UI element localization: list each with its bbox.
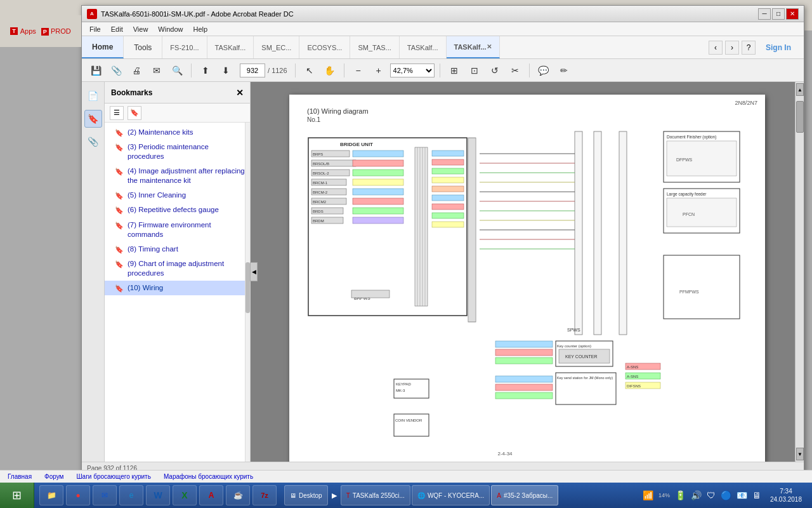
status-link-marathons[interactable]: Марафоны бросающих курить bbox=[164, 473, 253, 480]
taskbar-explorer[interactable]: 📁 bbox=[39, 485, 63, 505]
taskbar-chrome[interactable]: ● bbox=[66, 485, 90, 505]
bookmarks-close-button[interactable]: ✕ bbox=[236, 88, 244, 98]
taskbar-clock[interactable]: 7:34 24.03.2018 bbox=[765, 487, 807, 504]
tab-doc-ecosys[interactable]: ECOSYS... bbox=[299, 36, 350, 58]
bookmarks-scrollbar-thumb[interactable] bbox=[246, 262, 250, 313]
tab-doc-taska2[interactable]: TASKalf... bbox=[400, 36, 447, 58]
status-link-steps[interactable]: Шаги бросающего курить bbox=[76, 473, 150, 480]
menu-help[interactable]: Help bbox=[188, 24, 213, 34]
pdf-vertical-scrollbar[interactable]: ▲ ▼ bbox=[795, 82, 804, 462]
taskbar-7zip[interactable]: 7z bbox=[252, 485, 277, 505]
save-button[interactable]: 💾 bbox=[87, 62, 105, 79]
start-button[interactable]: ⊞ bbox=[0, 483, 34, 508]
page-input[interactable] bbox=[240, 64, 265, 77]
help-button[interactable]: ? bbox=[742, 41, 756, 55]
taskbar-outlook[interactable]: ✉ bbox=[93, 485, 117, 505]
search-button[interactable]: 🔍 bbox=[168, 62, 186, 79]
bookmark-icon-9: 🔖 bbox=[115, 284, 124, 293]
tray-icon-monitor[interactable]: 🖥 bbox=[751, 489, 763, 502]
comment-button[interactable]: 💬 bbox=[535, 62, 553, 79]
tray-icon-signal[interactable]: 📶 bbox=[641, 489, 655, 502]
tray-icon-bluetooth[interactable]: 🔵 bbox=[719, 489, 733, 502]
tab-doc-fs210[interactable]: FS-210... bbox=[162, 36, 207, 58]
attachments-panel-button[interactable]: 📎 bbox=[84, 133, 102, 150]
next-tab-button[interactable]: › bbox=[725, 41, 739, 55]
menu-file[interactable]: File bbox=[84, 24, 106, 34]
status-link-main[interactable]: Главная bbox=[8, 473, 32, 480]
bookmarks-expand-button[interactable]: ☰ bbox=[110, 106, 124, 120]
tray-icon-battery[interactable]: 🔋 bbox=[674, 489, 687, 502]
taskbar-task-1[interactable]: T TASKalfa 2550ci... bbox=[341, 485, 410, 505]
svg-text:BRIDGE UNIT: BRIDGE UNIT bbox=[340, 142, 373, 147]
tab-close-icon[interactable]: ✕ bbox=[487, 43, 492, 50]
bookmark-item-maintenance-kits[interactable]: 🔖 (2) Maintenance kits bbox=[105, 125, 250, 140]
panel-collapse-button[interactable]: ◀ bbox=[250, 262, 258, 281]
taskbar-excel[interactable]: X bbox=[173, 485, 197, 505]
select-tool-button[interactable]: ↖ bbox=[301, 62, 318, 79]
tab-tools[interactable]: Tools bbox=[124, 36, 162, 58]
bookmarks-options-button[interactable]: 🔖 bbox=[128, 106, 141, 120]
attach-button[interactable]: 📎 bbox=[107, 62, 125, 79]
bookmarks-scrollbar-track[interactable] bbox=[245, 123, 250, 462]
taskbar-task-desktop[interactable]: 🖥 Desktop bbox=[284, 485, 328, 505]
tray-icon-mail[interactable]: 📧 bbox=[735, 489, 749, 502]
bookmark-item-timing[interactable]: 🔖 (8) Timing chart bbox=[105, 242, 250, 257]
status-link-forum[interactable]: Форум bbox=[44, 473, 63, 480]
scroll-up-button[interactable]: ▲ bbox=[796, 83, 804, 96]
close-button[interactable]: ✕ bbox=[786, 8, 799, 20]
taskbar-word[interactable]: W bbox=[146, 485, 170, 505]
bookmark-item-image-adj[interactable]: 🔖 (4) Image adjustment after replacing t… bbox=[105, 164, 250, 188]
tab-home[interactable]: Home bbox=[82, 36, 124, 58]
rotate-button[interactable]: ↺ bbox=[486, 62, 504, 79]
highlight-button[interactable]: ✏ bbox=[555, 62, 573, 79]
apps-label: Apps bbox=[20, 27, 36, 35]
tray-icon-volume[interactable]: 🔊 bbox=[690, 489, 703, 502]
bookmark-item-periodic[interactable]: 🔖 (3) Periodic maintenance procedures bbox=[105, 140, 250, 164]
scroll-down-button[interactable]: ▼ bbox=[796, 448, 804, 460]
restore-button[interactable]: □ bbox=[772, 8, 785, 20]
bookmark-item-defects[interactable]: 🔖 (6) Repetitive defects gauge bbox=[105, 203, 250, 217]
menu-view[interactable]: View bbox=[128, 24, 154, 34]
taskbar-task-3[interactable]: A #35-2 Забрасы... bbox=[491, 485, 558, 505]
taskbar-ie[interactable]: e bbox=[119, 485, 143, 505]
bookmark-item-firmware[interactable]: 🔖 (7) Firmware environment commands bbox=[105, 218, 250, 242]
prev-tab-button[interactable]: ‹ bbox=[709, 41, 723, 55]
apps-button[interactable]: T Apps bbox=[10, 27, 36, 35]
bookmark-item-inner-cleaning[interactable]: 🔖 (5) Inner Cleaning bbox=[105, 188, 250, 203]
crop-button[interactable]: ✂ bbox=[506, 62, 524, 79]
email-button[interactable]: ✉ bbox=[148, 62, 166, 79]
taskbar-task-2[interactable]: 🌐 WQF - KYOCERA... bbox=[412, 485, 490, 505]
menu-edit[interactable]: Edit bbox=[106, 24, 128, 34]
minimize-button[interactable]: ─ bbox=[758, 8, 771, 20]
zoom-in-button[interactable]: + bbox=[370, 62, 388, 79]
tab-doc-taska1[interactable]: TASKalf... bbox=[207, 36, 254, 58]
tab-doc-smtas[interactable]: SM_TAS... bbox=[350, 36, 399, 58]
task3-icon: A bbox=[497, 492, 501, 499]
fit-page-button[interactable]: ⊞ bbox=[445, 62, 463, 79]
bookmarks-panel-button[interactable]: 🔖 bbox=[84, 110, 102, 128]
taskbar-acrobat[interactable]: A bbox=[199, 485, 223, 505]
menu-window[interactable]: Window bbox=[153, 24, 188, 34]
bookmark-item-wiring[interactable]: 🔖 (10) Wiring bbox=[105, 281, 250, 295]
bookmark-item-chart[interactable]: 🔖 (9) Chart of image adjustment procedur… bbox=[105, 257, 250, 281]
toolbar-nav-buttons: ‹ › ? Sign In bbox=[704, 36, 804, 58]
prod-icon[interactable]: P PROD bbox=[41, 27, 71, 35]
svg-text:BRCM-1: BRCM-1 bbox=[313, 181, 328, 185]
tab-doc-taska3[interactable]: TASKalf... ✕ bbox=[447, 36, 500, 58]
prev-page-button[interactable]: ⬆ bbox=[197, 62, 214, 79]
taskbar-java[interactable]: ☕ bbox=[226, 485, 250, 505]
next-page-button[interactable]: ⬇ bbox=[217, 62, 235, 79]
zoom-out-button[interactable]: − bbox=[350, 62, 367, 79]
fit-width-button[interactable]: ⊡ bbox=[466, 62, 483, 79]
pdf-scrollbar-thumb[interactable] bbox=[796, 101, 804, 133]
chrome-icon: ● bbox=[72, 489, 84, 502]
pdf-viewer[interactable]: 2N8/2N7 (10) Wiring diagram No.1 BRIDGE … bbox=[251, 82, 804, 462]
sign-in-button[interactable]: Sign In bbox=[758, 41, 799, 55]
hand-tool-button[interactable]: ✋ bbox=[321, 62, 339, 79]
tray-icon-shield[interactable]: 🛡 bbox=[705, 489, 717, 502]
pages-panel-button[interactable]: 📄 bbox=[84, 87, 102, 105]
print-button[interactable]: 🖨 bbox=[128, 62, 145, 79]
zoom-select[interactable]: 42,7% 50% 75% 100% bbox=[390, 64, 435, 77]
tab-doc-smec[interactable]: SM_EC... bbox=[254, 36, 299, 58]
svg-rect-35 bbox=[432, 168, 464, 174]
